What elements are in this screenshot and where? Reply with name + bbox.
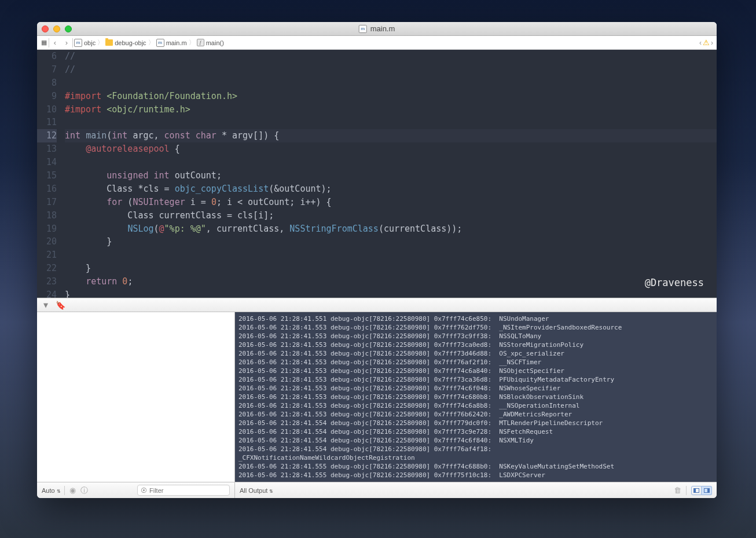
bottom-bar: Auto ⇅ ◉ ⓘ ⦿ All Output ⇅ 🗑 xyxy=(37,482,717,498)
panel-toggle xyxy=(691,486,712,495)
warning-icon[interactable]: ⚠︎ xyxy=(702,39,710,47)
line-number[interactable]: 19 xyxy=(37,222,57,236)
line-number[interactable]: 11 xyxy=(37,116,57,129)
console-line: 2016-05-06 21:28:41.553 debug-objc[78216… xyxy=(238,332,713,341)
folder-icon xyxy=(105,39,113,46)
line-number[interactable]: 18 xyxy=(37,209,57,222)
console-line: 2016-05-06 21:28:41.553 debug-objc[78216… xyxy=(238,358,713,367)
line-number[interactable]: 13 xyxy=(37,142,57,156)
minimize-button[interactable] xyxy=(53,25,60,32)
console-line: 2016-05-06 21:28:41.555 debug-objc[78216… xyxy=(238,471,713,480)
window-title: m main.m xyxy=(359,24,395,33)
console-line: 2016-05-06 21:28:41.555 debug-objc[78216… xyxy=(238,462,713,471)
line-number[interactable]: 21 xyxy=(37,248,57,262)
code-line[interactable]: } xyxy=(65,235,717,248)
line-number[interactable]: 14 xyxy=(37,156,57,169)
line-gutter: 6789101112131415161718192021222324 xyxy=(37,50,61,298)
related-items-button[interactable]: ▦ xyxy=(39,39,49,46)
file-m-icon: m xyxy=(74,39,82,47)
breadcrumb-separator: 〉 xyxy=(148,38,155,47)
line-number[interactable]: 20 xyxy=(37,235,57,248)
line-number[interactable]: 10 xyxy=(37,103,57,116)
line-number[interactable]: 24 xyxy=(37,288,57,298)
debug-toolbar: ▾ 🔖 xyxy=(37,298,717,312)
code-line[interactable] xyxy=(65,248,717,262)
traffic-lights xyxy=(42,25,72,32)
line-number[interactable]: 8 xyxy=(37,76,57,90)
line-number[interactable]: 22 xyxy=(37,262,57,275)
console-line: 2016-05-06 21:28:41.553 debug-objc[78216… xyxy=(238,401,713,410)
code-line[interactable]: Class *cls = objc_copyClassList(&outCoun… xyxy=(65,182,717,196)
console-output[interactable]: 2016-05-06 21:28:41.551 debug-objc[78216… xyxy=(235,312,717,482)
jumpbar: ▦ ‹ › mobjc〉debug-objc〉mmain.m〉fmain() ‹… xyxy=(37,36,717,50)
line-number[interactable]: 6 xyxy=(37,50,57,63)
code-line[interactable] xyxy=(65,76,717,90)
breadcrumb-item[interactable]: fmain() xyxy=(196,39,225,46)
code-line[interactable]: // xyxy=(65,63,717,76)
code-line[interactable] xyxy=(65,116,717,129)
console-line: _CFXNotificationNameWildcardObjectRegist… xyxy=(238,453,713,462)
nav-forward-button[interactable]: › xyxy=(61,38,72,47)
close-button[interactable] xyxy=(42,25,49,32)
line-number[interactable]: 15 xyxy=(37,169,57,182)
breadcrumb-item[interactable]: mmain.m xyxy=(155,39,188,47)
toggle-outline-button[interactable]: ▾ xyxy=(42,301,50,309)
console-line: 2016-05-06 21:28:41.553 debug-objc[78216… xyxy=(238,384,713,393)
line-number[interactable]: 9 xyxy=(37,90,57,103)
breadcrumb-label: objc xyxy=(84,39,96,46)
console-line: 2016-05-06 21:28:41.553 debug-objc[78216… xyxy=(238,349,713,358)
code-line[interactable]: #import <objc/runtime.h> xyxy=(65,103,717,116)
code-line[interactable]: NSLog(@"%p: %@", currentClass, NSStringF… xyxy=(65,222,717,236)
variables-filter[interactable]: ⦿ xyxy=(137,485,230,496)
debug-area: 2016-05-06 21:28:41.551 debug-objc[78216… xyxy=(37,312,717,482)
variables-panel[interactable] xyxy=(37,312,235,482)
breadcrumb-item[interactable]: mobjc xyxy=(73,39,97,47)
show-console-panel-button[interactable] xyxy=(702,486,712,495)
watermark: @Draveness xyxy=(645,276,704,290)
filter-input[interactable] xyxy=(149,487,229,494)
file-m-icon: m xyxy=(156,39,164,47)
issue-prev-button[interactable]: ‹ xyxy=(699,39,702,47)
show-variables-panel-button[interactable] xyxy=(691,486,702,495)
code-line[interactable]: // xyxy=(65,50,717,63)
line-number[interactable]: 17 xyxy=(37,196,57,209)
line-number[interactable]: 16 xyxy=(37,182,57,196)
line-number[interactable]: 7 xyxy=(37,63,57,76)
breadcrumb-label: main.m xyxy=(166,39,187,46)
code-line[interactable]: return 0; xyxy=(65,275,717,288)
line-number[interactable]: 12 xyxy=(37,129,57,142)
console-line: 2016-05-06 21:28:41.553 debug-objc[78216… xyxy=(238,410,713,419)
code-editor[interactable]: 6789101112131415161718192021222324 //// … xyxy=(37,50,717,298)
breadcrumb-label: main() xyxy=(206,39,224,46)
nav-back-button[interactable]: ‹ xyxy=(49,38,61,47)
function-icon: f xyxy=(197,39,204,46)
maximize-button[interactable] xyxy=(65,25,72,32)
code-line[interactable]: int main(int argc, const char * argv[]) … xyxy=(65,129,717,142)
clear-console-button[interactable]: 🗑 xyxy=(674,486,681,495)
output-scope-dropdown[interactable]: All Output ⇅ xyxy=(240,487,272,494)
code-line[interactable]: Class currentClass = cls[i]; xyxy=(65,209,717,222)
console-line: 2016-05-06 21:28:41.554 debug-objc[78216… xyxy=(238,445,713,453)
console-line: 2016-05-06 21:28:41.554 debug-objc[78216… xyxy=(238,427,713,436)
info-icon[interactable]: ⓘ xyxy=(80,485,88,496)
breadcrumb-separator: 〉 xyxy=(189,38,195,47)
issue-next-button[interactable]: › xyxy=(711,39,713,47)
auto-dropdown[interactable]: Auto ⇅ xyxy=(42,487,60,494)
xcode-window: m main.m ▦ ‹ › mobjc〉debug-objc〉mmain.m〉… xyxy=(37,22,717,498)
code-line[interactable]: } xyxy=(65,262,717,275)
code-line[interactable]: } xyxy=(65,288,717,298)
code-line[interactable]: @autoreleasepool { xyxy=(65,142,717,156)
code-line[interactable]: unsigned int outCount; xyxy=(65,169,717,182)
breadcrumb-item[interactable]: debug-objc xyxy=(104,39,147,46)
console-line: 2016-05-06 21:28:41.554 debug-objc[78216… xyxy=(238,419,713,427)
code-area[interactable]: //// #import <Foundation/Foundation.h>#i… xyxy=(61,50,717,298)
console-line: 2016-05-06 21:28:41.553 debug-objc[78216… xyxy=(238,375,713,384)
console-line: 2016-05-06 21:28:41.553 debug-objc[78216… xyxy=(238,341,713,349)
line-number[interactable]: 23 xyxy=(37,275,57,288)
quicklook-icon[interactable]: ◉ xyxy=(69,486,76,495)
code-line[interactable]: #import <Foundation/Foundation.h> xyxy=(65,90,717,103)
code-line[interactable]: for (NSUInteger i = 0; i < outCount; i++… xyxy=(65,196,717,209)
code-line[interactable] xyxy=(65,156,717,169)
breakpoint-tag-icon[interactable]: 🔖 xyxy=(56,301,65,310)
filter-icon: ⦿ xyxy=(141,487,147,494)
